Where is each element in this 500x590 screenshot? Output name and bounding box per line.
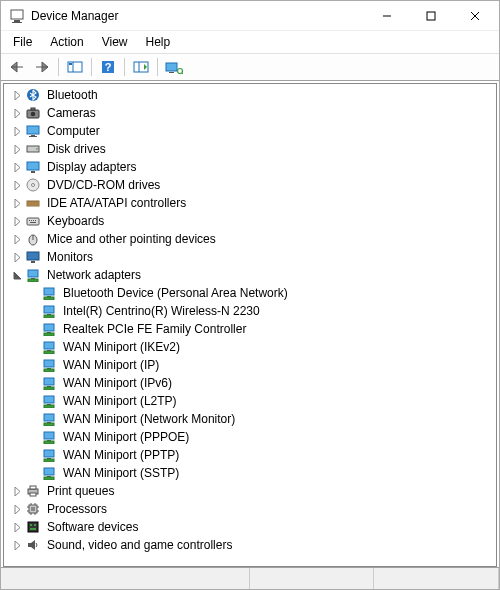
tree-category[interactable]: Print queues	[10, 482, 496, 500]
svg-rect-54	[44, 324, 54, 331]
display-icon	[25, 159, 41, 175]
tree-device[interactable]: WAN Miniport (Network Monitor)	[26, 410, 496, 428]
svg-rect-28	[27, 162, 39, 170]
tree-category-label: Computer	[45, 122, 102, 140]
bluetooth-icon	[25, 87, 41, 103]
chevron-right-icon[interactable]	[10, 106, 24, 120]
tree-device[interactable]: WAN Miniport (PPTP)	[26, 446, 496, 464]
svg-point-27	[36, 148, 38, 150]
svg-rect-56	[44, 333, 54, 336]
tree-category-label: Keyboards	[45, 212, 106, 230]
svg-text:?: ?	[105, 61, 112, 73]
tree-category-label: Cameras	[45, 104, 98, 122]
chevron-down-icon[interactable]	[10, 268, 24, 282]
ide-icon	[25, 195, 41, 211]
tree-scroll[interactable]: BluetoothCamerasComputerDisk drivesDispl…	[4, 84, 496, 566]
menu-help[interactable]: Help	[138, 33, 179, 51]
chevron-right-icon[interactable]	[10, 232, 24, 246]
svg-rect-97	[30, 528, 36, 530]
tree-device[interactable]: WAN Miniport (PPPOE)	[26, 428, 496, 446]
svg-line-18	[182, 73, 183, 74]
tree-device-label: WAN Miniport (PPPOE)	[61, 428, 191, 446]
camera-icon	[25, 105, 41, 121]
tree-category[interactable]: Software devices	[10, 518, 496, 536]
tree-device-label: WAN Miniport (PPTP)	[61, 446, 181, 464]
show-hide-console-button[interactable]	[63, 56, 87, 78]
scan-hardware-button[interactable]	[129, 56, 153, 78]
minimize-button[interactable]	[365, 2, 409, 30]
svg-rect-47	[28, 279, 38, 282]
tree-category[interactable]: IDE ATA/ATAPI controllers	[10, 194, 496, 212]
svg-rect-68	[44, 405, 54, 408]
chevron-right-icon[interactable]	[10, 196, 24, 210]
svg-rect-85	[31, 507, 35, 511]
svg-point-31	[32, 184, 35, 187]
tree-category-label: DVD/CD-ROM drives	[45, 176, 162, 194]
svg-rect-9	[69, 63, 72, 65]
svg-rect-82	[30, 486, 36, 489]
tree-device[interactable]: WAN Miniport (L2TP)	[26, 392, 496, 410]
tree-device[interactable]: Bluetooth Device (Personal Area Network)	[26, 284, 496, 302]
svg-rect-24	[31, 135, 35, 136]
menubar: File Action View Help	[1, 31, 499, 53]
svg-marker-14	[144, 64, 147, 70]
device-tree: BluetoothCamerasComputerDisk drivesDispl…	[10, 86, 496, 554]
devices-printers-button[interactable]	[162, 56, 186, 78]
menu-view[interactable]: View	[94, 33, 136, 51]
tree-device-label: WAN Miniport (L2TP)	[61, 392, 179, 410]
tree-device[interactable]: WAN Miniport (IP)	[26, 356, 496, 374]
chevron-right-icon[interactable]	[10, 520, 24, 534]
tree-device[interactable]: Intel(R) Centrino(R) Wireless-N 2230	[26, 302, 496, 320]
tree-device[interactable]: Realtek PCIe FE Family Controller	[26, 320, 496, 338]
tree-device[interactable]: WAN Miniport (IPv6)	[26, 374, 496, 392]
sound-icon	[25, 537, 41, 553]
network-adapter-icon	[41, 339, 57, 355]
chevron-right-icon[interactable]	[10, 142, 24, 156]
cpu-icon	[25, 501, 41, 517]
svg-rect-53	[44, 315, 54, 318]
network-adapter-icon	[41, 429, 57, 445]
svg-rect-78	[44, 468, 54, 475]
close-button[interactable]	[453, 2, 497, 30]
tree-category[interactable]: Cameras	[10, 104, 496, 122]
computer-icon	[25, 123, 41, 139]
forward-button[interactable]	[30, 56, 54, 78]
help-button[interactable]: ?	[96, 56, 120, 78]
svg-rect-4	[427, 12, 435, 20]
chevron-right-icon[interactable]	[10, 88, 24, 102]
tree-category[interactable]: Computer	[10, 122, 496, 140]
svg-marker-99	[31, 540, 35, 550]
chevron-right-icon[interactable]	[10, 502, 24, 516]
tree-category[interactable]: Mice and other pointing devices	[10, 230, 496, 248]
tree-category[interactable]: DVD/CD-ROM drives	[10, 176, 496, 194]
chevron-right-icon[interactable]	[10, 538, 24, 552]
menu-action[interactable]: Action	[42, 33, 91, 51]
chevron-right-icon[interactable]	[10, 250, 24, 264]
tree-device-label: Realtek PCIe FE Family Controller	[61, 320, 248, 338]
maximize-button[interactable]	[409, 2, 453, 30]
tree-category[interactable]: Network adapters	[10, 266, 496, 284]
tree-category[interactable]: Keyboards	[10, 212, 496, 230]
tree-category[interactable]: Disk drives	[10, 140, 496, 158]
tree-category[interactable]: Display adapters	[10, 158, 496, 176]
chevron-right-icon[interactable]	[10, 214, 24, 228]
titlebar: Device Manager	[1, 1, 499, 31]
menu-file[interactable]: File	[5, 33, 40, 51]
tree-category[interactable]: Bluetooth	[10, 86, 496, 104]
back-button[interactable]	[5, 56, 29, 78]
chevron-right-icon[interactable]	[10, 178, 24, 192]
svg-rect-65	[44, 387, 54, 390]
tree-device[interactable]: WAN Miniport (SSTP)	[26, 464, 496, 482]
toolbar-separator	[124, 58, 125, 76]
tree-category[interactable]: Sound, video and game controllers	[10, 536, 496, 554]
tree-category[interactable]: Processors	[10, 500, 496, 518]
svg-rect-16	[169, 72, 174, 73]
chevron-right-icon[interactable]	[10, 124, 24, 138]
chevron-right-icon[interactable]	[10, 160, 24, 174]
svg-rect-66	[44, 396, 54, 403]
tree-category[interactable]: Monitors	[10, 248, 496, 266]
tree-device-label: WAN Miniport (IP)	[61, 356, 161, 374]
chevron-right-icon[interactable]	[10, 484, 24, 498]
window-controls	[365, 2, 497, 30]
tree-device[interactable]: WAN Miniport (IKEv2)	[26, 338, 496, 356]
